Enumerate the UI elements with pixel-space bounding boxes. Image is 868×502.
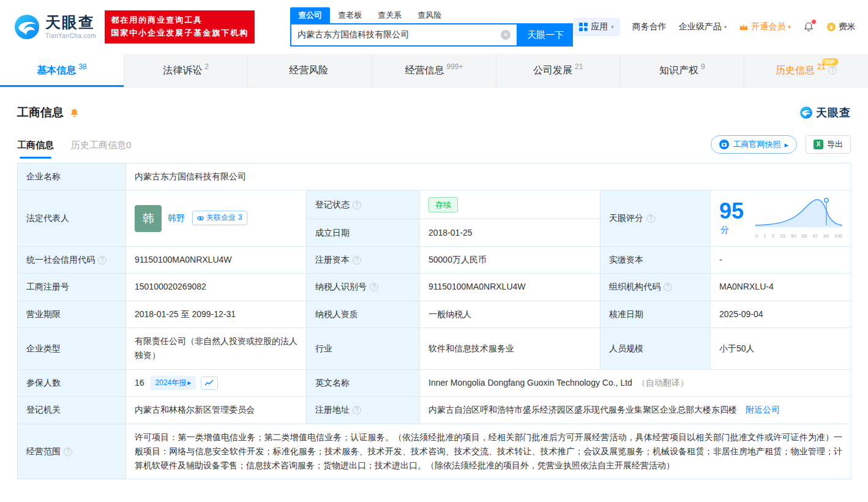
related-companies-badge[interactable]: 关联企业 3 (192, 211, 247, 225)
chevron-down-icon: ▾ (724, 24, 727, 30)
annual-report-tag[interactable]: 2024年报 ▸ (151, 376, 196, 391)
notifications-bell[interactable] (803, 21, 814, 32)
search-tab-relation[interactable]: 查关系 (370, 7, 410, 23)
snapshot-button[interactable]: 工商官网快照 ▸ (711, 135, 797, 154)
brand-domain: TianYanCha.com (45, 32, 96, 39)
search-tab-risk[interactable]: 查风险 (410, 7, 449, 23)
help-icon[interactable] (353, 406, 361, 414)
tab-count: 38 (78, 62, 86, 71)
tab-basic-info[interactable]: 基本信息 38 (0, 54, 124, 87)
subtab-history-label: 历史工商信息 (71, 140, 126, 150)
label-business-scope: 经营范围 (18, 424, 126, 479)
notification-dot (812, 20, 816, 24)
grid-icon (579, 23, 588, 31)
label-paid-capital: 实缴资本 (600, 247, 711, 274)
tianyancha-logo-icon (799, 106, 813, 119)
table-row: 企业名称 内蒙古东方国信科技有限公司 (18, 163, 851, 190)
search-tab-boss[interactable]: 查老板 (330, 7, 370, 23)
help-icon[interactable] (664, 283, 672, 291)
search-box: ✕ (290, 23, 518, 47)
nearby-companies-link[interactable]: 附近公司 (746, 405, 780, 414)
enterprise-label: 企业级产品 (679, 21, 722, 32)
clear-search-icon[interactable]: ✕ (501, 30, 511, 40)
staff-size-value: 小于50人 (711, 328, 851, 369)
coin-icon: ¥ (826, 22, 836, 32)
table-row: 统一社会信用代码 91150100MA0NRXLU4W 注册资本 50000万人… (18, 247, 851, 274)
snapshot-label: 工商官网快照 (733, 139, 780, 150)
tab-label: 基本信息 (37, 64, 76, 77)
search-tab-company[interactable]: 查公司 (290, 7, 330, 23)
reg-address-value: 内蒙古自治区呼和浩特市盛乐经济园区盛乐现代服务业集聚区企业总部大楼东四楼 (428, 405, 737, 414)
label-industry: 行业 (307, 328, 420, 369)
taxpayer-quality-value: 一般纳税人 (420, 301, 600, 328)
help-icon[interactable] (646, 214, 655, 223)
help-icon[interactable] (98, 256, 107, 264)
related-label: 关联企业 (206, 212, 236, 224)
search-row: ✕ 天眼一下 (290, 23, 573, 47)
table-row: 营业期限 2018-01-25 至 2099-12-31 纳税人资质 一般纳税人… (18, 301, 851, 328)
vip-upgrade-menu[interactable]: 开通会员 ▾ (739, 21, 791, 32)
help-icon[interactable] (370, 283, 378, 291)
industry-value: 软件和信息技术服务业 (420, 328, 600, 369)
section-title: 工商信息 (17, 105, 64, 121)
tab-history-info[interactable]: VIP 历史信息 21 (744, 54, 868, 87)
search-button[interactable]: 天眼一下 (518, 23, 573, 47)
tab-company-development[interactable]: 公司发展 21 (496, 54, 621, 87)
tab-operational-risk[interactable]: 经营风险 (248, 54, 372, 87)
company-name-value: 内蒙古东方国信科技有限公司 (126, 163, 851, 190)
table-row: 法定代表人 韩 韩野 关联企业 3 (18, 190, 851, 219)
tab-intellectual-property[interactable]: 知识产权 9 (621, 54, 745, 87)
label-insured-count: 参保人数 (18, 369, 126, 397)
business-cooperation-link[interactable]: 商务合作 (632, 21, 667, 32)
svg-text:¥: ¥ (829, 24, 832, 31)
search-area: 查公司 查老板 查关系 查风险 ✕ 天眼一下 (290, 7, 573, 47)
tab-label: 经营信息 (405, 64, 444, 77)
chevron-down-icon: ▾ (611, 24, 614, 30)
primary-nav: 基本信息 38 法律诉讼 2 经营风险 经营信息 999+ 公司发展 21 知识… (0, 54, 868, 88)
tab-business-info[interactable]: 经营信息 999+ (372, 54, 496, 87)
label-taxpayer-quality: 纳税人资质 (307, 301, 420, 328)
subtab-business-registration[interactable]: 工商信息 (17, 140, 54, 159)
help-icon[interactable] (353, 201, 361, 209)
help-icon[interactable] (828, 66, 837, 75)
help-icon[interactable] (64, 448, 72, 456)
company-search-input[interactable] (297, 30, 501, 40)
tianyancha-logo[interactable]: 天眼查 TianYanCha.com (13, 13, 96, 40)
legal-rep-cell: 韩 韩野 关联企业 3 (126, 190, 307, 247)
insured-trend-button[interactable] (201, 376, 218, 390)
username: 费米 (839, 21, 856, 32)
tab-legal-proceedings[interactable]: 法律诉讼 2 (124, 54, 249, 87)
reg-status-cell: 存续 (420, 190, 600, 219)
logo-text: 天眼查 TianYanCha.com (45, 15, 96, 39)
tab-count: 9 (701, 62, 705, 71)
enterprise-products-menu[interactable]: 企业级产品 ▾ (679, 21, 727, 32)
tab-count: 21 (817, 62, 825, 71)
user-menu[interactable]: ¥ 费米 (826, 21, 856, 32)
org-code-value: MA0NRXLU-4 (711, 274, 851, 301)
auto-translate-note: （自动翻译） (637, 378, 689, 388)
label-company-type: 企业类型 (18, 328, 126, 369)
label-reg-status: 登记状态 (307, 190, 420, 219)
establish-date-value: 2018-01-25 (420, 219, 600, 247)
subscribe-bell-icon[interactable] (69, 108, 80, 118)
apps-menu[interactable]: 应用 ▾ (573, 18, 620, 36)
help-icon[interactable] (353, 256, 361, 264)
score-cell: 95分 0151550859799100 (711, 190, 851, 247)
promo-line-2: 国家中小企业发展子基金旗下机构 (111, 27, 249, 40)
tab-label: 知识产权 (659, 64, 698, 77)
english-name-cell: Inner Mongolia Dongfang Guoxin Technolog… (420, 369, 851, 397)
subtab-history-registration[interactable]: 历史工商信息0 (71, 140, 131, 159)
label-approval-date: 核准日期 (600, 301, 711, 328)
tianyancha-watermark: 天眼查 (799, 105, 851, 120)
export-button[interactable]: X 导出 (806, 135, 851, 154)
subtab-history-count: 0 (126, 140, 131, 150)
top-menu: 应用 ▾ 商务合作 企业级产品 ▾ 开通会员 ▾ (573, 18, 856, 36)
chevron-down-icon: ▾ (788, 24, 791, 30)
label-org-code: 组织机构代码 (600, 274, 711, 301)
legal-rep-name-link[interactable]: 韩野 (168, 214, 185, 223)
label-company-name: 企业名称 (18, 163, 126, 190)
label-credit-code: 统一社会信用代码 (18, 247, 126, 274)
tab-label: 历史信息 (776, 64, 815, 77)
tab-count: 2 (204, 62, 209, 71)
label-taxpayer-id: 纳税人识别号 (307, 274, 420, 301)
